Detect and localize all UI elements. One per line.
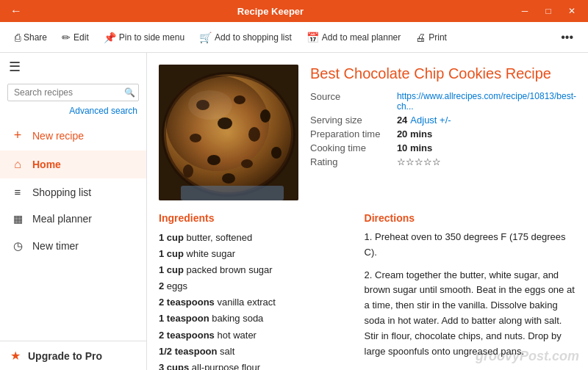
list-item: 2 eggs [159, 278, 347, 294]
shopping-label: Add to shopping list [215, 32, 292, 43]
pin-label: Pin to side menu [119, 32, 184, 43]
shopping-icon: 🛒 [199, 32, 212, 43]
edit-button[interactable]: ✏ Edit [56, 29, 95, 46]
source-label: Source [310, 90, 397, 113]
serving-row-inner: 24 Adjust +/- [397, 115, 576, 126]
cookie-image-svg [159, 65, 298, 200]
list-item: 1. Preheat oven to 350 degrees F (175 de… [365, 230, 576, 261]
list-item: 1/2 teaspoon salt [159, 344, 347, 360]
recipe-image [159, 65, 298, 200]
source-row: Source https://www.allrecipes.com/recipe… [310, 90, 576, 113]
list-item: 1 cup white sugar [159, 246, 347, 262]
shopping-list-icon: ≡ [10, 186, 25, 198]
directions-section: Directions 1. Preheat oven to 350 degree… [365, 212, 576, 370]
source-link[interactable]: https://www.allrecipes.com/recipe/10813/… [397, 91, 576, 112]
recipe-top: Best Chocolate Chip Cookies Recipe Sourc… [159, 65, 576, 200]
prep-value: 20 mins [397, 127, 576, 141]
svg-rect-16 [181, 186, 284, 200]
recipe-title: Best Chocolate Chip Cookies Recipe [310, 65, 576, 82]
svg-point-15 [188, 90, 232, 120]
search-box[interactable]: 🔍 [7, 84, 139, 101]
serving-label: Serving size [310, 113, 397, 127]
svg-point-10 [241, 159, 253, 168]
prep-label: Preparation time [310, 127, 397, 141]
rating-label: Rating [310, 155, 397, 169]
sidebar-item-label: New timer [32, 240, 79, 252]
window-controls: ─ □ ✕ [514, 1, 582, 21]
edit-label: Edit [74, 32, 89, 43]
rating-stars[interactable]: ☆☆☆☆☆ [397, 156, 441, 167]
source-value[interactable]: https://www.allrecipes.com/recipe/10813/… [397, 90, 576, 113]
cooking-value: 10 mins [397, 141, 576, 155]
sidebar-header[interactable]: ☰ [0, 53, 146, 81]
share-button[interactable]: ⎙ Share [9, 29, 53, 46]
ingredients-title: Ingredients [159, 212, 347, 224]
print-button[interactable]: 🖨 Print [409, 29, 453, 46]
pin-button[interactable]: 📌 Pin to side menu [98, 29, 190, 46]
upgrade-button[interactable]: ★ Upgrade to Pro [0, 341, 146, 370]
svg-point-4 [234, 95, 245, 104]
cooking-label: Cooking time [310, 141, 397, 155]
sidebar-item-label: Meal planner [32, 213, 92, 225]
svg-point-6 [190, 134, 201, 142]
meal-button[interactable]: 📅 Add to meal planner [301, 29, 406, 46]
search-input[interactable] [14, 87, 124, 98]
svg-point-7 [218, 117, 232, 129]
adjust-link[interactable]: Adjust +/- [410, 115, 451, 126]
svg-point-11 [271, 147, 282, 159]
recipe-meta: Best Chocolate Chip Cookies Recipe Sourc… [310, 65, 576, 200]
prep-row: Preparation time 20 mins [310, 127, 576, 141]
home-icon: ⌂ [10, 158, 25, 171]
sidebar-item-shopping-list[interactable]: ≡ Shopping list [0, 178, 146, 206]
toolbar: ⎙ Share ✏ Edit 📌 Pin to side menu 🛒 Add … [0, 22, 588, 53]
sidebar: ☰ 🔍 Advanced search + New recipe ⌂ Home … [0, 53, 147, 370]
minimize-button[interactable]: ─ [514, 1, 535, 21]
list-item: 1 cup packed brown sugar [159, 262, 347, 278]
list-item: 3 cups all-purpose flour [159, 360, 347, 370]
upgrade-label: Upgrade to Pro [28, 350, 102, 362]
close-button[interactable]: ✕ [562, 1, 582, 21]
svg-point-5 [260, 109, 270, 123]
serving-number: 24 [397, 115, 407, 126]
cooking-row: Cooking time 10 mins [310, 141, 576, 155]
serving-value: 24 Adjust +/- [397, 113, 576, 127]
hamburger-icon[interactable]: ☰ [9, 59, 21, 75]
meta-table: Source https://www.allrecipes.com/recipe… [310, 90, 576, 169]
sidebar-nav: + New recipe ⌂ Home ≡ Shopping list ▦ Me… [0, 120, 146, 341]
app-title: Recipe Keeper [26, 6, 514, 17]
pin-icon: 📌 [104, 32, 116, 43]
cooking-time: 10 mins [397, 142, 432, 153]
edit-icon: ✏ [62, 32, 71, 43]
advanced-search-link[interactable]: Advanced search [0, 104, 146, 120]
back-button[interactable]: ← [6, 1, 26, 21]
svg-point-8 [248, 127, 260, 142]
svg-point-13 [222, 173, 235, 184]
sidebar-item-home[interactable]: ⌂ Home [0, 150, 146, 178]
list-item: 1 cup butter, softened [159, 230, 347, 246]
title-bar: ← Recipe Keeper ─ □ ✕ [0, 0, 588, 22]
sidebar-item-label: Shopping list [32, 186, 91, 198]
share-icon: ⎙ [15, 32, 21, 43]
print-icon: 🖨 [415, 32, 426, 43]
maximize-button[interactable]: □ [538, 1, 559, 21]
more-button[interactable]: ••• [555, 28, 579, 47]
directions-title: Directions [365, 212, 576, 224]
serving-row: Serving size 24 Adjust +/- [310, 113, 576, 127]
prep-time: 20 mins [397, 128, 432, 139]
ingredients-section: Ingredients 1 cup butter, softened1 cup … [159, 212, 347, 370]
meal-icon: 📅 [306, 32, 319, 43]
main-layout: ☰ 🔍 Advanced search + New recipe ⌂ Home … [0, 53, 588, 370]
svg-point-9 [207, 155, 220, 165]
sidebar-item-label: Home [32, 159, 61, 170]
star-icon: ★ [10, 349, 21, 363]
recipe-body: Ingredients 1 cup butter, softened1 cup … [159, 212, 576, 370]
directions-list: 1. Preheat oven to 350 degrees F (175 de… [365, 230, 576, 370]
new-recipe-icon: + [10, 128, 25, 143]
sidebar-item-new-timer[interactable]: ◷ New timer [0, 232, 146, 260]
sidebar-item-meal-planner[interactable]: ▦ Meal planner [0, 206, 146, 232]
list-item: 1 teaspoon baking soda [159, 311, 347, 327]
recipe-content: Best Chocolate Chip Cookies Recipe Sourc… [147, 53, 588, 370]
timer-icon: ◷ [10, 239, 25, 253]
sidebar-item-new-recipe[interactable]: + New recipe [0, 120, 146, 150]
shopping-button[interactable]: 🛒 Add to shopping list [193, 29, 298, 46]
